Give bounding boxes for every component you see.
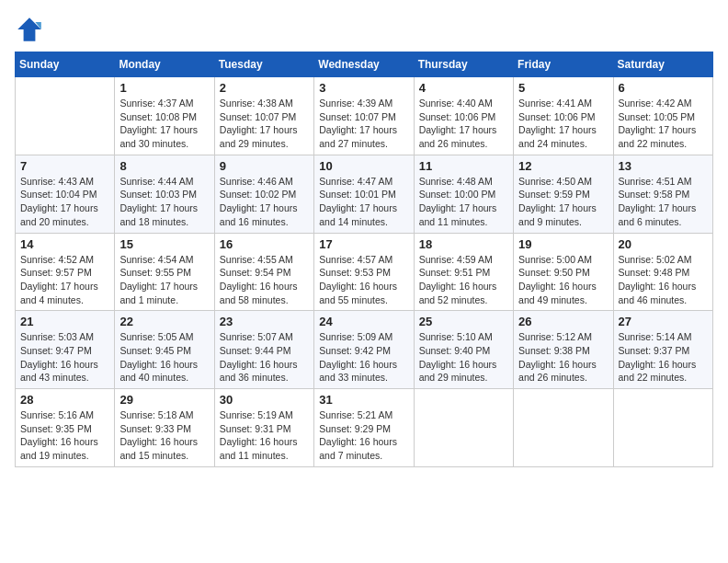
day-info: Sunrise: 5:21 AM Sunset: 9:29 PM Dayligh… bbox=[319, 408, 408, 463]
day-number: 20 bbox=[619, 237, 708, 251]
day-number: 3 bbox=[319, 81, 408, 95]
calendar-week-row: 1Sunrise: 4:37 AM Sunset: 10:08 PM Dayli… bbox=[16, 77, 713, 155]
day-number: 22 bbox=[119, 315, 209, 328]
calendar-cell bbox=[514, 389, 613, 467]
calendar-cell: 24Sunrise: 5:09 AM Sunset: 9:42 PM Dayli… bbox=[314, 311, 414, 389]
calendar-table: SundayMondayTuesdayWednesdayThursdayFrid… bbox=[15, 52, 713, 467]
day-info: Sunrise: 4:55 AM Sunset: 9:54 PM Dayligh… bbox=[220, 253, 309, 307]
day-number: 29 bbox=[119, 393, 209, 407]
calendar-cell: 29Sunrise: 5:18 AM Sunset: 9:33 PM Dayli… bbox=[115, 389, 214, 467]
day-number: 11 bbox=[419, 159, 508, 173]
calendar-week-row: 7Sunrise: 4:43 AM Sunset: 10:04 PM Dayli… bbox=[16, 155, 713, 233]
day-info: Sunrise: 4:37 AM Sunset: 10:08 PM Daylig… bbox=[119, 97, 209, 151]
calendar-cell: 15Sunrise: 4:54 AM Sunset: 9:55 PM Dayli… bbox=[115, 233, 214, 311]
day-info: Sunrise: 5:10 AM Sunset: 9:40 PM Dayligh… bbox=[419, 330, 508, 385]
day-info: Sunrise: 5:19 AM Sunset: 9:31 PM Dayligh… bbox=[220, 408, 309, 463]
day-number: 5 bbox=[518, 81, 608, 95]
page-header bbox=[15, 15, 713, 44]
day-info: Sunrise: 5:14 AM Sunset: 9:37 PM Dayligh… bbox=[619, 330, 708, 385]
day-number: 12 bbox=[518, 159, 608, 173]
calendar-cell: 30Sunrise: 5:19 AM Sunset: 9:31 PM Dayli… bbox=[214, 389, 313, 467]
calendar-cell: 18Sunrise: 4:59 AM Sunset: 9:51 PM Dayli… bbox=[414, 233, 513, 311]
day-info: Sunrise: 5:03 AM Sunset: 9:47 PM Dayligh… bbox=[20, 330, 109, 385]
day-info: Sunrise: 5:18 AM Sunset: 9:33 PM Dayligh… bbox=[119, 408, 209, 463]
day-number: 17 bbox=[319, 237, 408, 251]
day-of-week-tuesday: Tuesday bbox=[214, 52, 313, 77]
calendar-cell: 4Sunrise: 4:40 AM Sunset: 10:06 PM Dayli… bbox=[414, 77, 513, 155]
day-info: Sunrise: 4:52 AM Sunset: 9:57 PM Dayligh… bbox=[20, 253, 109, 307]
day-number: 24 bbox=[319, 315, 408, 328]
day-number: 27 bbox=[619, 315, 708, 328]
calendar-cell: 26Sunrise: 5:12 AM Sunset: 9:38 PM Dayli… bbox=[514, 311, 613, 389]
calendar-cell: 10Sunrise: 4:47 AM Sunset: 10:01 PM Dayl… bbox=[314, 155, 414, 233]
calendar-cell: 22Sunrise: 5:05 AM Sunset: 9:45 PM Dayli… bbox=[115, 311, 214, 389]
day-info: Sunrise: 4:54 AM Sunset: 9:55 PM Dayligh… bbox=[119, 253, 209, 307]
day-info: Sunrise: 4:46 AM Sunset: 10:02 PM Daylig… bbox=[220, 175, 309, 229]
day-info: Sunrise: 4:59 AM Sunset: 9:51 PM Dayligh… bbox=[419, 253, 508, 307]
day-info: Sunrise: 4:51 AM Sunset: 9:58 PM Dayligh… bbox=[619, 175, 708, 229]
day-info: Sunrise: 4:44 AM Sunset: 10:03 PM Daylig… bbox=[119, 175, 209, 229]
day-number: 21 bbox=[20, 315, 109, 328]
day-info: Sunrise: 4:41 AM Sunset: 10:06 PM Daylig… bbox=[518, 97, 608, 151]
calendar-cell: 20Sunrise: 5:02 AM Sunset: 9:48 PM Dayli… bbox=[613, 233, 712, 311]
day-of-week-wednesday: Wednesday bbox=[314, 52, 414, 77]
calendar-cell: 13Sunrise: 4:51 AM Sunset: 9:58 PM Dayli… bbox=[613, 155, 712, 233]
day-number: 9 bbox=[220, 159, 309, 173]
calendar-header-row: SundayMondayTuesdayWednesdayThursdayFrid… bbox=[16, 52, 713, 77]
day-number: 7 bbox=[20, 159, 109, 173]
calendar-cell: 3Sunrise: 4:39 AM Sunset: 10:07 PM Dayli… bbox=[314, 77, 414, 155]
day-number: 6 bbox=[619, 81, 708, 95]
calendar-cell bbox=[414, 389, 513, 467]
day-number: 26 bbox=[518, 315, 608, 328]
day-info: Sunrise: 4:39 AM Sunset: 10:07 PM Daylig… bbox=[319, 97, 408, 151]
calendar-cell bbox=[16, 77, 115, 155]
calendar-cell: 9Sunrise: 4:46 AM Sunset: 10:02 PM Dayli… bbox=[214, 155, 313, 233]
day-info: Sunrise: 5:05 AM Sunset: 9:45 PM Dayligh… bbox=[119, 330, 209, 385]
day-info: Sunrise: 4:40 AM Sunset: 10:06 PM Daylig… bbox=[419, 97, 508, 151]
calendar-cell: 16Sunrise: 4:55 AM Sunset: 9:54 PM Dayli… bbox=[214, 233, 313, 311]
calendar-cell: 11Sunrise: 4:48 AM Sunset: 10:00 PM Dayl… bbox=[414, 155, 513, 233]
day-info: Sunrise: 5:02 AM Sunset: 9:48 PM Dayligh… bbox=[619, 253, 708, 307]
day-of-week-sunday: Sunday bbox=[16, 52, 115, 77]
day-info: Sunrise: 4:42 AM Sunset: 10:05 PM Daylig… bbox=[619, 97, 708, 151]
logo bbox=[15, 15, 48, 44]
day-number: 28 bbox=[20, 393, 109, 407]
day-of-week-saturday: Saturday bbox=[613, 52, 712, 77]
day-of-week-monday: Monday bbox=[115, 52, 214, 77]
logo-icon bbox=[15, 15, 44, 44]
day-number: 13 bbox=[619, 159, 708, 173]
day-info: Sunrise: 4:57 AM Sunset: 9:53 PM Dayligh… bbox=[319, 253, 408, 307]
day-number: 16 bbox=[220, 237, 309, 251]
day-number: 10 bbox=[319, 159, 408, 173]
day-number: 8 bbox=[119, 159, 209, 173]
calendar-cell: 2Sunrise: 4:38 AM Sunset: 10:07 PM Dayli… bbox=[214, 77, 313, 155]
day-info: Sunrise: 4:43 AM Sunset: 10:04 PM Daylig… bbox=[20, 175, 109, 229]
calendar-cell: 12Sunrise: 4:50 AM Sunset: 9:59 PM Dayli… bbox=[514, 155, 613, 233]
calendar-cell: 14Sunrise: 4:52 AM Sunset: 9:57 PM Dayli… bbox=[16, 233, 115, 311]
calendar-cell bbox=[613, 389, 712, 467]
day-info: Sunrise: 5:16 AM Sunset: 9:35 PM Dayligh… bbox=[20, 408, 109, 463]
calendar-cell: 1Sunrise: 4:37 AM Sunset: 10:08 PM Dayli… bbox=[115, 77, 214, 155]
day-number: 23 bbox=[220, 315, 309, 328]
day-number: 18 bbox=[419, 237, 508, 251]
day-info: Sunrise: 5:07 AM Sunset: 9:44 PM Dayligh… bbox=[220, 330, 309, 385]
day-info: Sunrise: 5:12 AM Sunset: 9:38 PM Dayligh… bbox=[518, 330, 608, 385]
day-info: Sunrise: 4:47 AM Sunset: 10:01 PM Daylig… bbox=[319, 175, 408, 229]
day-info: Sunrise: 4:50 AM Sunset: 9:59 PM Dayligh… bbox=[518, 175, 608, 229]
svg-marker-0 bbox=[17, 17, 41, 41]
day-info: Sunrise: 4:38 AM Sunset: 10:07 PM Daylig… bbox=[220, 97, 309, 151]
calendar-cell: 17Sunrise: 4:57 AM Sunset: 9:53 PM Dayli… bbox=[314, 233, 414, 311]
day-number: 25 bbox=[419, 315, 508, 328]
day-number: 15 bbox=[119, 237, 209, 251]
day-number: 31 bbox=[319, 393, 408, 407]
day-info: Sunrise: 5:00 AM Sunset: 9:50 PM Dayligh… bbox=[518, 253, 608, 307]
day-number: 1 bbox=[119, 81, 209, 95]
calendar-cell: 19Sunrise: 5:00 AM Sunset: 9:50 PM Dayli… bbox=[514, 233, 613, 311]
calendar-cell: 23Sunrise: 5:07 AM Sunset: 9:44 PM Dayli… bbox=[214, 311, 313, 389]
calendar-cell: 25Sunrise: 5:10 AM Sunset: 9:40 PM Dayli… bbox=[414, 311, 513, 389]
day-number: 30 bbox=[220, 393, 309, 407]
calendar-cell: 8Sunrise: 4:44 AM Sunset: 10:03 PM Dayli… bbox=[115, 155, 214, 233]
calendar-cell: 5Sunrise: 4:41 AM Sunset: 10:06 PM Dayli… bbox=[514, 77, 613, 155]
day-number: 2 bbox=[220, 81, 309, 95]
day-number: 19 bbox=[518, 237, 608, 251]
